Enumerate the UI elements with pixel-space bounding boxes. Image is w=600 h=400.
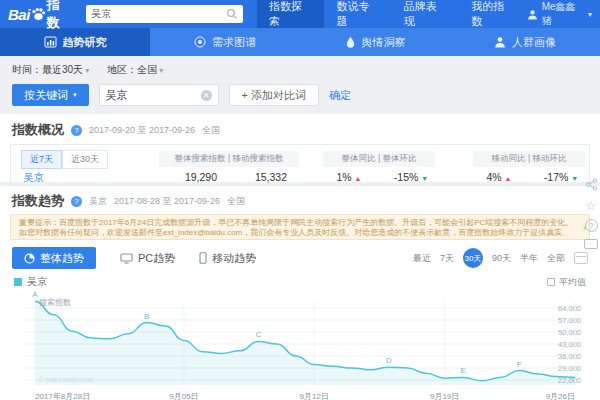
tab-mobile-trend[interactable]: 移动趋势 — [199, 247, 256, 269]
svg-text:50,000: 50,000 — [558, 328, 581, 337]
nav-data-topics[interactable]: 数说专题 — [324, 0, 391, 28]
droplet-icon — [345, 36, 356, 48]
header-search-box — [86, 5, 243, 23]
tab-pc-trend[interactable]: PC趋势 — [120, 247, 175, 269]
logo-text-bai: Bai — [8, 6, 30, 23]
tab-trend-research[interactable]: 趋势研究 — [0, 28, 150, 56]
x-tick-label: 2017年8月28日 — [35, 391, 90, 400]
nav-brand-performance[interactable]: 品牌表现 — [392, 0, 459, 28]
tab-last-30-days[interactable]: 近30天 — [62, 150, 108, 169]
overview-table: 近7天 近30天 整体搜索指数 | 移动搜索指数 整体同比 | 整体环比 移动同… — [10, 144, 590, 186]
baidu-index-logo[interactable]: Bai 指数 — [8, 0, 72, 32]
average-toggle[interactable]: 平均值 — [547, 276, 586, 289]
overall-yoy-value: 1% ▲ — [323, 171, 375, 183]
chevron-down-icon: ▾ — [73, 91, 77, 99]
overall-search-index-value: 19,290 — [159, 171, 217, 183]
share-icon[interactable] — [585, 178, 598, 193]
svg-text:C: C — [256, 330, 262, 339]
feedback-icon[interactable]: ··· — [584, 239, 598, 249]
arrow-up-icon: ▲ — [505, 175, 512, 182]
range-all[interactable]: 全部 — [547, 252, 565, 265]
x-tick-label: 9月12日 — [300, 391, 329, 400]
svg-text:A: A — [32, 291, 38, 299]
trend-title: 指数趋势 — [12, 192, 64, 210]
col-header-mobile-compare: 移动同比 | 移动环比 — [473, 151, 585, 167]
filter-bar: 时间：最近30天▾ 地区：全国▾ 按关键词▾ ✕ + 添加对比词 确定 — [0, 56, 600, 114]
trend-tab-bar: 整体趋势 PC趋势 移动趋势 最近 7天 30天 90天 半年 全部 — [12, 247, 588, 269]
keyword-input-box: ✕ — [99, 84, 219, 106]
trend-line-chart-svg[interactable]: 64,00057,00050,00043,00036,00029,00022,0… — [15, 291, 585, 391]
notice-banner: 重要提示：百度指数于2017年6月24日完成数据源升级，早已不再单纯局限于网民主… — [10, 214, 590, 240]
trend-region: 全国 — [227, 195, 245, 208]
x-tick-label: 9月05日 — [169, 391, 198, 400]
arrow-down-icon: ▼ — [571, 175, 578, 182]
trend-chart: 64,00057,00050,00043,00036,00029,00022,0… — [0, 291, 600, 400]
arrow-down-icon: ▼ — [421, 175, 428, 182]
search-icon[interactable] — [226, 8, 238, 20]
keyword-input[interactable] — [106, 89, 201, 101]
radar-target-icon — [194, 36, 206, 48]
help-icon[interactable]: ? — [585, 219, 598, 232]
x-tick-label: 9月19日 — [430, 391, 459, 400]
overview-title: 指数概况 — [12, 121, 64, 139]
keyword-mode-button[interactable]: 按关键词▾ — [12, 84, 89, 106]
confirm-button[interactable]: 确定 — [329, 88, 351, 103]
paw-icon — [31, 7, 46, 21]
user-menu[interactable]: Me鑫鑫猪 ▾ — [527, 0, 592, 28]
svg-text:D: D — [386, 356, 392, 365]
index-overview-card: 指数概况 ? 2017-09-20 至 2017-09-26 全国 近7天 近3… — [0, 114, 600, 182]
checkbox-icon[interactable] — [547, 278, 555, 286]
mobile-mom-value: -17% ▼ — [533, 171, 589, 183]
pie-chart-icon — [24, 253, 35, 264]
svg-text:© index.baidu.com: © index.baidu.com — [39, 376, 93, 383]
clear-keyword-icon[interactable]: ✕ — [201, 90, 212, 101]
tab-demand-graph[interactable]: 需求图谱 — [150, 28, 300, 56]
calendar-icon[interactable] — [574, 252, 588, 264]
series-legend-label: 吴京 — [27, 275, 47, 289]
nav-index-explore[interactable]: 指数探索 — [257, 0, 324, 28]
add-compare-button[interactable]: + 添加对比词 — [229, 84, 319, 106]
region-filter[interactable]: 地区：全国▾ — [107, 63, 163, 77]
col-header-search-index: 整体搜索指数 | 移动搜索指数 — [159, 151, 299, 167]
chevron-down-icon: ▾ — [159, 66, 163, 75]
svg-text:36,000: 36,000 — [558, 352, 581, 361]
info-icon[interactable]: ? — [71, 196, 82, 207]
user-icon — [527, 9, 538, 20]
range-half-year[interactable]: 半年 — [520, 252, 538, 265]
tab-last-7-days[interactable]: 近7天 — [21, 150, 62, 169]
range-7d[interactable]: 7天 — [440, 252, 454, 265]
svg-text:搜索指数: 搜索指数 — [39, 298, 71, 307]
monitor-icon — [120, 253, 133, 264]
row-keyword-link[interactable]: 吴京 — [23, 171, 44, 185]
time-filter[interactable]: 时间：最近30天▾ — [12, 63, 89, 77]
top-header: Bai 指数 指数探索 数说专题 品牌表现 我的指数 Me鑫鑫猪 ▾ — [0, 0, 600, 28]
info-icon[interactable]: ? — [71, 125, 82, 136]
svg-text:E: E — [461, 366, 466, 375]
chevron-down-icon: ▾ — [85, 66, 89, 75]
trend-keyword: 吴京 — [89, 195, 107, 208]
svg-text:64,000: 64,000 — [558, 304, 581, 313]
tab-sentiment-insight[interactable]: 舆情洞察 — [300, 28, 450, 56]
trend-chart-icon — [44, 36, 57, 48]
phone-icon — [199, 252, 207, 264]
table-row: 吴京 19,290 15,332 1% ▲ -15% ▼ 4% ▲ -17% ▼ — [11, 171, 589, 185]
tab-audience-profile[interactable]: 人群画像 — [450, 28, 600, 56]
mobile-yoy-value: 4% ▲ — [473, 171, 525, 183]
user-name: Me鑫鑫猪 — [542, 0, 585, 28]
favorite-star-icon[interactable]: ☆ — [586, 200, 597, 212]
range-label: 最近 — [413, 252, 431, 265]
chart-legend-row: 吴京 平均值 — [14, 275, 586, 289]
trend-date-range: 2017-08-28 至 2017-09-26 — [114, 195, 220, 208]
range-30d[interactable]: 30天 — [463, 248, 483, 268]
range-selector: 最近 7天 30天 90天 半年 全部 — [413, 248, 588, 268]
series-swatch — [14, 278, 22, 286]
svg-text:57,000: 57,000 — [558, 316, 581, 325]
header-search-input[interactable] — [91, 9, 226, 20]
arrow-up-icon: ▲ — [355, 175, 362, 182]
tab-overall-trend[interactable]: 整体趋势 — [12, 247, 96, 269]
nav-my-index[interactable]: 我的指数 — [459, 0, 526, 28]
range-90d[interactable]: 90天 — [492, 252, 511, 265]
overview-date-range: 2017-09-20 至 2017-09-26 — [89, 124, 195, 137]
overview-region: 全国 — [202, 124, 220, 137]
mobile-search-index-value: 15,332 — [229, 171, 287, 183]
